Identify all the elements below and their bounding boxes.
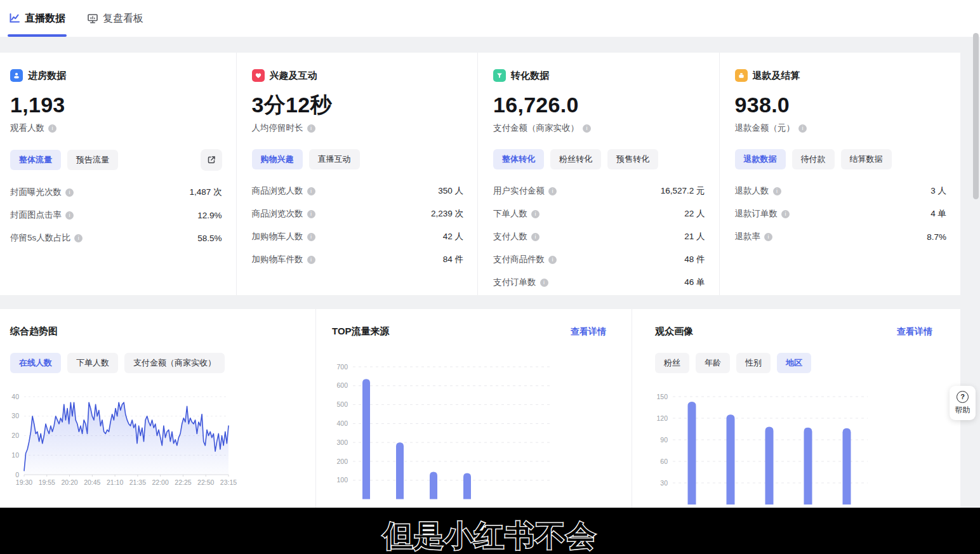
svg-text:150: 150 [657,393,668,400]
info-icon[interactable]: i [798,124,807,133]
filter-pill[interactable]: 下单人数 [67,353,118,373]
funnel-icon [493,69,506,82]
metric-label: 退款率i [735,231,773,242]
info-icon[interactable]: i [65,211,74,220]
info-icon[interactable]: i [48,124,56,133]
big-value-label: 退款金额（元） [735,122,795,134]
metric-value: 350 人 [438,185,463,197]
filter-pill[interactable]: 退款数据 [735,149,786,169]
big-value: 938.0 [735,93,947,117]
video-subtitle-bar: 但是小红书不会 [0,508,980,554]
metric-label: 下单人数i [493,208,540,220]
tab-bar: 直播数据 复盘看板 [0,0,980,37]
external-link-button[interactable] [201,149,222,171]
card-title: 兴趣及互动 [270,70,317,82]
metric-label: 商品浏览人数i [252,185,315,197]
filter-pill[interactable]: 粉丝 [655,353,689,373]
tab-review-board[interactable]: 复盘看板 [86,0,145,37]
info-icon[interactable]: i [307,233,315,241]
metric-row: 停留5s人数占比i58.5% [10,227,222,249]
metric-label: 支付商品件数i [493,254,557,265]
section-title: 观众画像 [655,326,693,338]
filter-pill[interactable]: 在线人数 [10,353,61,373]
metric-value: 22 人 [684,208,705,220]
view-details-link[interactable]: 查看详情 [571,326,606,338]
metric-row: 支付商品件数i48 件 [493,248,705,271]
info-icon[interactable]: i [781,210,790,218]
info-icon[interactable]: i [65,188,74,197]
filter-pill[interactable]: 直播互动 [309,149,360,169]
metric-list: 商品浏览人数i350 人商品浏览次数i2,239 次加购物车人数i42 人加购物… [252,180,464,271]
info-icon[interactable]: i [307,256,315,264]
svg-text:20: 20 [11,432,19,439]
metric-list: 用户实付金额i16,527.2 元下单人数i22 人支付人数i21 人支付商品件… [493,180,705,294]
heart-icon [252,69,265,82]
info-icon[interactable]: i [548,187,557,195]
info-icon[interactable]: i [583,124,591,133]
card-title: 转化数据 [511,70,549,82]
svg-text:200: 200 [336,458,348,465]
info-icon[interactable]: i [74,234,83,242]
charts-panel: 综合趋势图 在线人数下单人数支付金额（商家实收） TOP流量来源 查看详情 观众… [0,309,960,508]
filter-pill[interactable]: 性别 [736,353,771,373]
card-title: 退款及结算 [753,70,800,82]
metric-label: 封面曝光次数i [10,187,74,198]
metric-value: 58.5% [197,234,222,243]
info-icon[interactable]: i [773,187,781,195]
metric-label: 加购物车人数i [252,231,315,242]
card-entry-data: 进房数据 1,193 观看人数i 整体流量预告流量 封面曝光次数i1,487 次… [0,53,236,295]
svg-text:300: 300 [336,439,348,446]
big-value-label: 支付金额（商家实收） [493,122,579,134]
big-value-label: 人均停留时长 [252,122,303,134]
metric-row: 封面曝光次数i1,487 次 [10,181,222,204]
vertical-scrollbar-thumb[interactable] [973,33,979,199]
filter-pill[interactable]: 整体流量 [10,150,61,170]
info-icon[interactable]: i [307,210,315,218]
info-icon[interactable]: i [764,233,772,241]
pill-group: 粉丝年龄性别地区 [655,353,932,373]
info-icon[interactable]: i [307,187,315,195]
svg-text:19:55: 19:55 [39,478,55,486]
help-button[interactable]: ? 帮助 [950,386,976,420]
info-icon[interactable]: i [540,279,548,287]
filter-pill[interactable]: 年龄 [696,353,730,373]
filter-pill[interactable]: 购物兴趣 [252,149,303,169]
info-icon[interactable]: i [307,124,315,133]
filter-pill[interactable]: 预告流量 [67,150,118,170]
presentation-icon [87,13,98,24]
filter-pill[interactable]: 预售转化 [607,149,658,169]
tab-live-data[interactable]: 直播数据 [8,0,67,37]
svg-text:20:45: 20:45 [84,478,100,486]
metric-value: 12.9% [197,211,222,220]
filter-pill[interactable]: 粉丝转化 [550,149,601,169]
metric-list: 封面曝光次数i1,487 次封面图点击率i12.9%停留5s人数占比i58.5% [10,181,222,249]
pill-group: 整体流量预告流量 [10,150,118,170]
svg-text:20:20: 20:20 [61,478,77,486]
filter-pill[interactable]: 结算数据 [841,149,892,169]
metric-row: 加购物车件数i84 件 [252,248,464,271]
filter-pill[interactable]: 待付款 [792,149,835,169]
info-icon[interactable]: i [548,256,557,264]
svg-text:30: 30 [11,412,19,419]
help-label: 帮助 [955,405,970,416]
metric-value: 84 件 [443,254,463,265]
line-chart-icon [9,13,20,24]
metric-row: 商品浏览次数i2,239 次 [252,202,464,225]
filter-pill[interactable]: 支付金额（商家实收） [124,353,225,373]
stats-panel: 进房数据 1,193 观看人数i 整体流量预告流量 封面曝光次数i1,487 次… [0,53,960,295]
view-details-link[interactable]: 查看详情 [897,326,932,338]
info-icon[interactable]: i [531,233,540,241]
metric-row: 加购物车人数i42 人 [252,225,464,248]
filter-pill[interactable]: 整体转化 [493,149,544,169]
pill-group: 购物兴趣直播互动 [252,149,360,169]
metric-label: 加购物车件数i [252,254,315,265]
audience-bar-chart: 150120906030 [657,390,960,508]
filter-pill[interactable]: 地区 [777,353,811,373]
metric-value: 8.7% [927,232,946,242]
metric-row: 退款率i8.7% [735,225,947,248]
external-link-icon [206,155,216,165]
wallet-icon [735,69,748,82]
svg-text:120: 120 [657,414,668,422]
big-value-label: 观看人数 [10,122,44,134]
info-icon[interactable]: i [531,210,540,218]
